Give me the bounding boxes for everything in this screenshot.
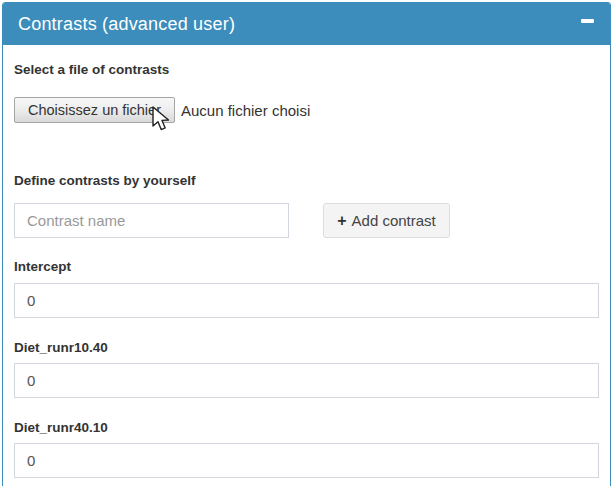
field-input-diet-runr40-10[interactable] (14, 443, 599, 478)
panel-title: Contrasts (advanced user) (18, 14, 235, 35)
define-section-label: Define contrasts by yourself (14, 173, 196, 188)
field-label-intercept: Intercept (14, 259, 71, 274)
field-label-diet-runr10-40: Diet_runr10.40 (14, 340, 108, 355)
choose-file-button[interactable]: Choisissez un fichier (14, 97, 175, 123)
panel-header[interactable]: Contrasts (advanced user) (3, 3, 610, 45)
page: Contrasts (advanced user) Select a file … (0, 0, 616, 486)
add-contrast-label: Add contrast (352, 212, 436, 229)
field-input-diet-runr10-40[interactable] (14, 363, 599, 398)
minus-icon (581, 19, 594, 23)
field-input-intercept[interactable] (14, 283, 599, 318)
contrast-name-input[interactable] (14, 203, 289, 238)
panel-body: Select a file of contrasts Choisissez un… (3, 45, 610, 486)
contrasts-panel: Contrasts (advanced user) Select a file … (2, 2, 611, 486)
collapse-button[interactable] (578, 12, 596, 30)
field-label-diet-runr40-10: Diet_runr40.10 (14, 420, 108, 435)
file-section-label: Select a file of contrasts (14, 62, 169, 77)
add-contrast-button[interactable]: + Add contrast (323, 203, 450, 238)
file-input-row: Choisissez un fichier Aucun fichier choi… (14, 97, 310, 123)
plus-icon: + (337, 212, 346, 230)
file-status-text: Aucun fichier choisi (181, 102, 310, 119)
